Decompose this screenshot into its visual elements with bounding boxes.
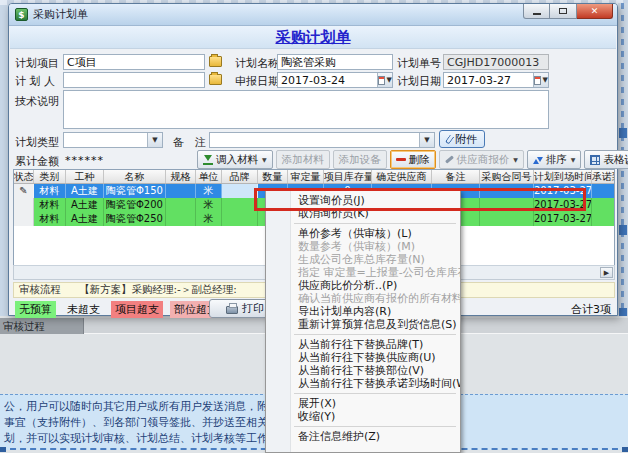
toolbar-button[interactable]: 删除 (390, 150, 436, 169)
toolbar-button-label: 删除 (409, 153, 430, 167)
remark-label: 备 注 (173, 135, 206, 150)
calendar-icon (378, 76, 385, 85)
context-menu-item[interactable]: 导出计划单内容(R) (266, 305, 460, 318)
context-menu-item[interactable]: 从当前行往下替换品牌(T) (266, 338, 460, 351)
context-menu-item[interactable]: 备注信息维护(Z) (266, 430, 460, 443)
column-header[interactable]: 工种 (66, 170, 104, 183)
minimize-button[interactable] (523, 4, 550, 19)
context-menu-item[interactable]: 收缩(Y) (266, 410, 460, 423)
context-menu-item[interactable]: 从当前行往下替换供应商(U) (266, 351, 460, 364)
chevron-down-icon[interactable]: ▼ (147, 133, 162, 147)
table-cell: 陶瓷管Φ250 (104, 212, 166, 226)
toolbar-button-label: 添加设备 (339, 153, 381, 167)
titlebar[interactable]: $ 采购计划单 ✕ (9, 4, 617, 26)
toolbar-button[interactable]: 表格设置▼ (584, 150, 628, 169)
calendar-dropdown[interactable]: ▼ (533, 73, 548, 87)
toolbar-button-label: 添加材料 (282, 153, 324, 167)
column-header[interactable]: 备注 (432, 170, 480, 183)
table-cell (166, 184, 196, 198)
attachment-button[interactable]: 附件 (439, 130, 485, 148)
scroll-right-button[interactable]: ▶ (600, 267, 613, 278)
column-header[interactable]: 承诺到场时间 (592, 170, 615, 183)
planner-lookup-icon[interactable] (209, 74, 222, 85)
column-header[interactable]: 项目库存量 (324, 170, 372, 183)
declare-date-value[interactable]: 2017-03-24 (278, 73, 377, 87)
context-menu-item: 生成公司仓库总库存量(N) (266, 253, 460, 266)
project-lookup-icon[interactable] (209, 56, 222, 67)
menu-separator (294, 223, 456, 224)
printer-icon (226, 306, 238, 314)
plan-project-label: 计划项目 (15, 56, 59, 71)
grid-toolbar: 调入材料▼添加材料添加设备删除供应商报价▼排序▼表格设置▼ (197, 150, 615, 169)
chevron-down-icon: ▼ (571, 156, 576, 163)
toolbar-button-label: 供应商报价 (457, 153, 510, 167)
selection-handle[interactable] (0, 447, 6, 452)
column-header[interactable]: 确定供应商 (372, 170, 432, 183)
chevron-down-icon: ▼ (387, 76, 392, 84)
toolbar-button[interactable]: 排序▼ (527, 150, 582, 169)
parent-panel-tab[interactable]: 审核过程 (0, 318, 84, 334)
context-menu-item[interactable]: 从当前行往下替换部位(V) (266, 364, 460, 377)
status-badge: 未超支 (63, 301, 104, 318)
remark-select[interactable]: ▼ (209, 132, 435, 148)
table-cell: A土建 (66, 184, 104, 198)
table-cell (480, 198, 534, 212)
context-menu-item[interactable]: 设置询价员(J) (266, 194, 460, 207)
planner-input[interactable] (63, 72, 205, 88)
declare-date-input[interactable]: 2017-03-24 ▼ (277, 72, 393, 88)
table-cell: 陶瓷管Φ200 (104, 198, 166, 212)
toolbar-button: 添加设备 (333, 150, 387, 169)
toolbar-button: 供应商报价▼ (439, 150, 524, 169)
context-menu-item[interactable]: 重新计算预算信息及到货信息(S) (266, 318, 460, 331)
import-icon (203, 155, 213, 165)
column-header[interactable]: 审定量 (288, 170, 324, 183)
context-menu-item: 数量参考（供审核）(M) (266, 240, 460, 253)
menu-separator (294, 393, 456, 394)
menu-separator (294, 334, 456, 335)
tech-note-textarea[interactable] (63, 90, 549, 129)
total-amount-value: ****** (65, 154, 104, 167)
grid-icon (590, 155, 600, 165)
column-header[interactable]: 数量 (258, 170, 288, 183)
screen: 审核过程 公，用户可以随时向其它用户或所有用户发送消息，附件。接收人只要在线就可… (0, 0, 628, 453)
form-header-band: 采购计划单 (10, 26, 616, 49)
maximize-button[interactable] (550, 4, 577, 19)
table-cell: 米 (196, 212, 222, 226)
context-menu-item[interactable]: 供应商比价分析..(P) (266, 279, 460, 292)
close-button[interactable]: ✕ (577, 4, 613, 19)
context-menu-item[interactable]: 取消询价员(K) (266, 207, 460, 220)
chevron-down-icon: ▼ (513, 156, 518, 163)
table-cell (222, 198, 258, 212)
column-header[interactable]: 状态 (14, 170, 34, 183)
column-header[interactable]: 名称 (104, 170, 166, 183)
chevron-down-icon: ▼ (262, 156, 267, 163)
context-menu-item[interactable]: 单价参考（供审核）(L) (266, 227, 460, 240)
column-header[interactable]: 采购合同号 (480, 170, 534, 183)
table-cell (222, 212, 258, 226)
maximize-icon (559, 8, 567, 14)
context-menu-item[interactable]: 从当前行往下替换承诺到场时间(W) (266, 377, 460, 390)
plan-date-input[interactable]: 2017-03-27 ▼ (443, 72, 549, 88)
toolbar-button-label: 表格设置 (603, 153, 628, 167)
plan-type-select[interactable]: ▼ (63, 132, 163, 148)
table-cell (166, 198, 196, 212)
toolbar-button[interactable]: 调入材料▼ (197, 150, 273, 169)
selection-handle[interactable] (622, 447, 628, 452)
tech-note-label: 技术说明 (15, 94, 59, 109)
column-header[interactable]: 单位 (196, 170, 222, 183)
plan-project-input[interactable] (63, 54, 205, 70)
calendar-dropdown[interactable]: ▼ (377, 73, 392, 87)
print-button-label: 打印 (242, 301, 264, 316)
table-cell: 2017-03-27 (534, 184, 592, 198)
column-header[interactable]: 类别 (34, 170, 66, 183)
column-header[interactable]: 品牌 (222, 170, 258, 183)
plan-name-input[interactable] (277, 54, 393, 70)
chevron-down-icon[interactable]: ▼ (419, 133, 434, 147)
status-badge: 项目超支 (111, 301, 163, 318)
column-header[interactable]: 计划到场时间 (534, 170, 592, 183)
context-menu-item[interactable]: 展开(X) (266, 397, 460, 410)
remark-value (210, 133, 419, 147)
table-cell: 材料 (34, 212, 66, 226)
plan-date-value[interactable]: 2017-03-27 (444, 73, 533, 87)
column-header[interactable]: 规格 (166, 170, 196, 183)
